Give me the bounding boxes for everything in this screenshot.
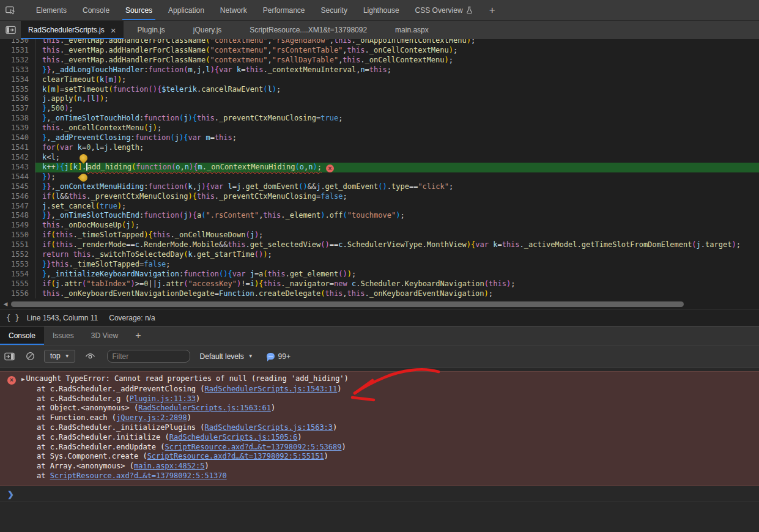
log-levels-dropdown[interactable]: Default levels ▼ xyxy=(200,352,253,361)
panel-tab-elements[interactable]: Elements xyxy=(28,0,75,20)
code-line-1538[interactable]: 1538},_onTimeSlotTouchHold:function(j){t… xyxy=(0,114,759,124)
line-number[interactable]: 1530 xyxy=(0,39,35,46)
stack-frame-link[interactable]: RadSchedulerScripts.js:1505:6 xyxy=(169,433,298,441)
code-line-1540[interactable]: 1540},_addPreventClosing:function(j){var… xyxy=(0,133,759,143)
create-live-expression-icon[interactable] xyxy=(81,345,100,367)
stack-frame-link[interactable]: jQuery.js:2:2898 xyxy=(116,413,187,422)
console-filter-input[interactable] xyxy=(107,350,190,363)
messages-count-badge[interactable]: 99+ xyxy=(267,352,291,361)
stack-frame-link[interactable]: main.aspx:4852:5 xyxy=(134,462,205,470)
line-number[interactable]: 1545 xyxy=(0,182,35,192)
code-line-1531[interactable]: 1531this._eventMap.addHandlerForClassNam… xyxy=(0,46,759,56)
console-prompt[interactable]: ❯ xyxy=(0,488,759,502)
line-number[interactable]: 1542 xyxy=(0,153,35,163)
stack-frame-link[interactable]: ScriptResource.axd?d…&t=13798092:5:51370 xyxy=(50,471,227,480)
line-number[interactable]: 1536 xyxy=(0,94,35,104)
line-number[interactable]: 1531 xyxy=(0,46,35,56)
code-line-1539[interactable]: 1539this._onCellContextMenu(j); xyxy=(0,124,759,133)
line-number[interactable]: 1550 xyxy=(0,231,35,240)
code-line-1553[interactable]: 1553}}this._timeSlotTapped=false; xyxy=(0,260,759,270)
line-number[interactable]: 1533 xyxy=(0,65,35,75)
pretty-print-icon[interactable]: { } xyxy=(0,314,27,322)
code-line-1550[interactable]: 1550if(this._timeSlotTapped){this._onCel… xyxy=(0,231,759,240)
panel-tab-console[interactable]: Console xyxy=(75,0,117,20)
stack-frame-link[interactable]: Plugin.js:11:33 xyxy=(130,394,196,403)
code-line-1549[interactable]: 1549this._onDocMouseUp(j); xyxy=(0,221,759,231)
line-number[interactable]: 1537 xyxy=(0,104,35,114)
code-line-1548[interactable]: 1548}},_onTimeSlotTouchEnd:function(j){a… xyxy=(0,211,759,221)
panel-tab-css-overview[interactable]: CSS Overview xyxy=(407,0,481,20)
file-tab-plugin.js[interactable]: Plugin.js xyxy=(124,21,179,39)
line-number[interactable]: 1541 xyxy=(0,143,35,153)
panel-tab-security[interactable]: Security xyxy=(313,0,355,20)
expand-triangle-icon[interactable]: ▶ xyxy=(21,376,24,382)
add-drawer-tab-button[interactable]: + xyxy=(127,327,149,345)
file-tab-main.aspx[interactable]: main.aspx xyxy=(381,21,443,39)
code-line-1551[interactable]: 1551if(this._renderMode==c.RenderMode.Mo… xyxy=(0,240,759,250)
more-tabs-button[interactable]: + xyxy=(481,0,504,20)
stack-frame-link[interactable]: ScriptResource.axd?d…&t=13798092:5:55151 xyxy=(147,452,324,460)
line-number[interactable]: 1539 xyxy=(0,124,35,133)
line-number[interactable]: 1540 xyxy=(0,133,35,143)
inline-error-icon[interactable]: × xyxy=(326,164,334,172)
code-line-1541[interactable]: 1541for(var k=0,l=j.length; xyxy=(0,143,759,153)
code-line-1530[interactable]: 1530this._eventMap.addHandlerForClassNam… xyxy=(0,39,759,46)
code-line-1547[interactable]: 1547j.set_cancel(true); xyxy=(0,202,759,212)
line-number[interactable]: 1546 xyxy=(0,192,35,202)
line-number[interactable]: 1548 xyxy=(0,211,35,221)
panel-tab-lighthouse[interactable]: Lighthouse xyxy=(355,0,407,20)
code-line-1545[interactable]: 1545}},_onContextMenuHiding:function(k,j… xyxy=(0,182,759,192)
close-tab-icon[interactable]: × xyxy=(109,26,117,35)
line-number[interactable]: 1556 xyxy=(0,289,35,298)
line-number[interactable]: 1532 xyxy=(0,56,35,65)
panel-tab-network[interactable]: Network xyxy=(212,0,255,20)
file-tab-jquery.js[interactable]: jQuery.js xyxy=(179,21,235,39)
line-number[interactable]: 1534 xyxy=(0,75,35,85)
code-line-1536[interactable]: 1536j.apply(n,[l]); xyxy=(0,94,759,104)
line-number[interactable]: 1544 xyxy=(0,172,35,182)
stack-frame-link[interactable]: RadSchedulerScripts.js:1563:3 xyxy=(205,423,333,432)
console-error-message[interactable]: × ▶Uncaught TypeError: Cannot read prope… xyxy=(0,371,759,486)
line-number[interactable]: 1555 xyxy=(0,279,35,289)
stack-frame-link[interactable]: RadSchedulerScripts.js:1543:11 xyxy=(205,385,338,393)
line-number[interactable]: 1553 xyxy=(0,260,35,270)
code-line-1552[interactable]: 1552return this._switchToSelectedDay(k.g… xyxy=(0,250,759,260)
line-number[interactable]: 1543 xyxy=(0,163,35,172)
line-number[interactable]: 1538 xyxy=(0,114,35,124)
panel-tab-sources[interactable]: Sources xyxy=(117,0,160,20)
line-number[interactable]: 1554 xyxy=(0,270,35,279)
line-number[interactable]: 1549 xyxy=(0,221,35,231)
code-line-1554[interactable]: 1554},_initializeKeyboardNavigation:func… xyxy=(0,270,759,279)
code-line-1546[interactable]: 1546if(l&&this._preventCtxMenuClosing){t… xyxy=(0,192,759,202)
file-tab-scriptresource....xm1-t-13798092[interactable]: ScriptResource....XM1&t=13798092 xyxy=(235,21,381,39)
code-line-1544[interactable]: 1544}); xyxy=(0,172,759,182)
scrollbar-thumb[interactable] xyxy=(11,301,684,307)
code-line-1556[interactable]: 1556this._onKeyboardEventNavigationDeleg… xyxy=(0,289,759,298)
execution-context-selector[interactable]: top ▼ xyxy=(44,350,75,363)
drawer-tab-issues[interactable]: Issues xyxy=(44,327,83,345)
code-line-1534[interactable]: 1534clearTimeout(k[m]); xyxy=(0,75,759,85)
code-line-1532[interactable]: 1532this._eventMap.addHandlerForClassNam… xyxy=(0,56,759,65)
code-line-1537[interactable]: 1537},500); xyxy=(0,104,759,114)
code-line-1555[interactable]: 1555if(j.attr("tabIndex")>=0||j.attr("ac… xyxy=(0,279,759,289)
panel-tab-performance[interactable]: Performance xyxy=(255,0,313,20)
line-number[interactable]: 1535 xyxy=(0,85,35,95)
panel-tab-application[interactable]: Application xyxy=(160,0,212,20)
clear-console-icon[interactable] xyxy=(21,345,39,367)
show-console-sidebar-icon[interactable] xyxy=(0,345,18,367)
drawer-tab-3d-view[interactable]: 3D View xyxy=(83,327,127,345)
code-line-1543[interactable]: 1543k++){j[k].add_hiding(function(o,n){m… xyxy=(0,163,759,172)
file-tab-radschedulerscripts.js[interactable]: RadSchedulerScripts.js× xyxy=(21,21,124,39)
stack-frame-link[interactable]: RadSchedulerScripts.js:1563:61 xyxy=(138,404,271,412)
inspect-element-icon[interactable] xyxy=(0,0,21,20)
code-line-1533[interactable]: 1533}},_addLongTouchHandler:function(m,j… xyxy=(0,65,759,75)
line-number[interactable]: 1547 xyxy=(0,202,35,212)
stack-frame-link[interactable]: ScriptResource.axd?d…&t=13798092:5:53689 xyxy=(165,443,342,451)
horizontal-scrollbar[interactable]: ◀ xyxy=(0,301,759,307)
drawer-tab-console[interactable]: Console xyxy=(0,327,44,345)
show-navigator-icon[interactable] xyxy=(0,21,21,39)
console-output[interactable]: × ▶Uncaught TypeError: Cannot read prope… xyxy=(0,368,759,532)
source-editor[interactable]: 1530this._eventMap.addHandlerForClassNam… xyxy=(0,39,759,309)
line-number[interactable]: 1551 xyxy=(0,240,35,250)
scrollbar-left-arrow-icon[interactable]: ◀ xyxy=(0,301,11,307)
